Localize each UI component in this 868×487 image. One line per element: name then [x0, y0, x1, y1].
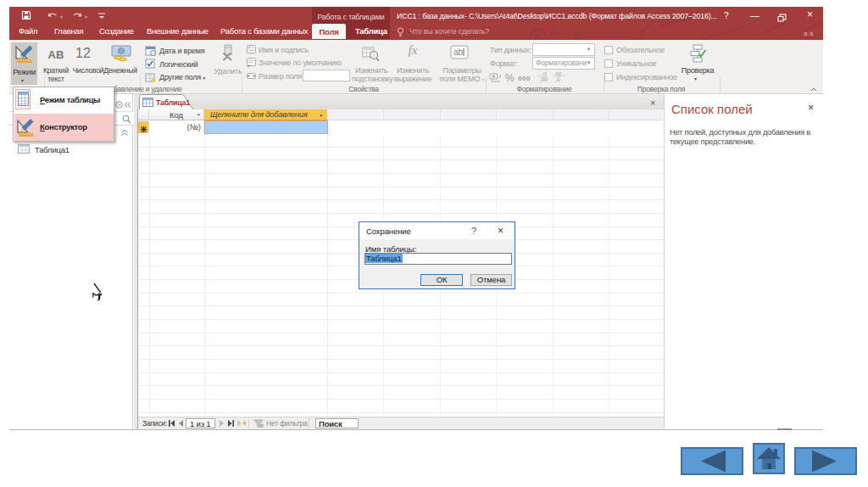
svg-text:ab: ab [453, 48, 464, 57]
